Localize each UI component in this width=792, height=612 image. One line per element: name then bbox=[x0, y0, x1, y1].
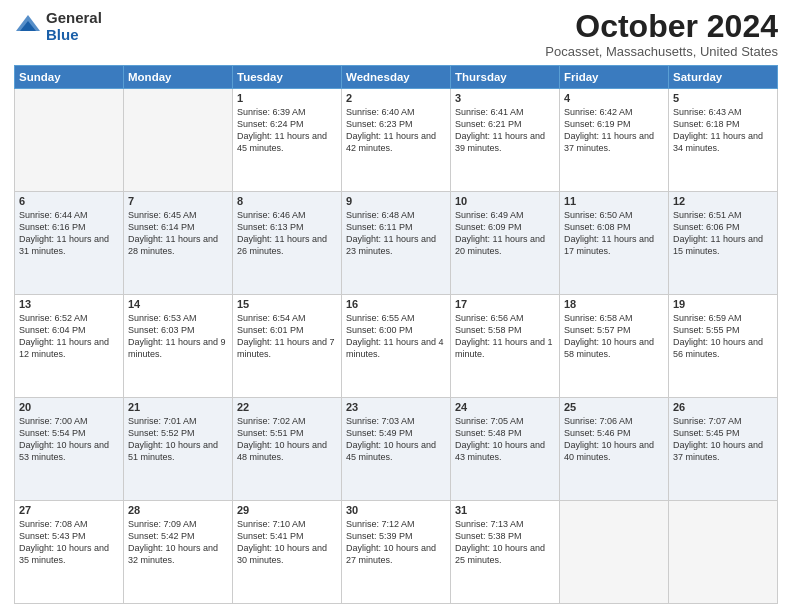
day-number: 3 bbox=[455, 92, 555, 104]
day-info: Sunrise: 6:41 AMSunset: 6:21 PMDaylight:… bbox=[455, 106, 555, 155]
day-number: 1 bbox=[237, 92, 337, 104]
day-info: Sunrise: 6:51 AMSunset: 6:06 PMDaylight:… bbox=[673, 209, 773, 258]
day-number: 4 bbox=[564, 92, 664, 104]
day-number: 12 bbox=[673, 195, 773, 207]
day-info: Sunrise: 6:39 AMSunset: 6:24 PMDaylight:… bbox=[237, 106, 337, 155]
day-info: Sunrise: 7:05 AMSunset: 5:48 PMDaylight:… bbox=[455, 415, 555, 464]
day-number: 14 bbox=[128, 298, 228, 310]
calendar-cell bbox=[560, 501, 669, 604]
day-info: Sunrise: 7:09 AMSunset: 5:42 PMDaylight:… bbox=[128, 518, 228, 567]
day-number: 20 bbox=[19, 401, 119, 413]
day-info: Sunrise: 6:52 AMSunset: 6:04 PMDaylight:… bbox=[19, 312, 119, 361]
day-number: 30 bbox=[346, 504, 446, 516]
calendar-cell: 24Sunrise: 7:05 AMSunset: 5:48 PMDayligh… bbox=[451, 398, 560, 501]
day-number: 21 bbox=[128, 401, 228, 413]
day-info: Sunrise: 6:49 AMSunset: 6:09 PMDaylight:… bbox=[455, 209, 555, 258]
day-number: 31 bbox=[455, 504, 555, 516]
day-info: Sunrise: 7:03 AMSunset: 5:49 PMDaylight:… bbox=[346, 415, 446, 464]
calendar-week-row: 13Sunrise: 6:52 AMSunset: 6:04 PMDayligh… bbox=[15, 295, 778, 398]
day-number: 18 bbox=[564, 298, 664, 310]
day-info: Sunrise: 6:53 AMSunset: 6:03 PMDaylight:… bbox=[128, 312, 228, 361]
calendar-week-row: 6Sunrise: 6:44 AMSunset: 6:16 PMDaylight… bbox=[15, 192, 778, 295]
calendar-cell: 1Sunrise: 6:39 AMSunset: 6:24 PMDaylight… bbox=[233, 89, 342, 192]
calendar-cell bbox=[669, 501, 778, 604]
day-number: 8 bbox=[237, 195, 337, 207]
day-info: Sunrise: 7:02 AMSunset: 5:51 PMDaylight:… bbox=[237, 415, 337, 464]
day-number: 10 bbox=[455, 195, 555, 207]
calendar-cell: 26Sunrise: 7:07 AMSunset: 5:45 PMDayligh… bbox=[669, 398, 778, 501]
calendar-cell: 14Sunrise: 6:53 AMSunset: 6:03 PMDayligh… bbox=[124, 295, 233, 398]
calendar-cell: 29Sunrise: 7:10 AMSunset: 5:41 PMDayligh… bbox=[233, 501, 342, 604]
day-number: 17 bbox=[455, 298, 555, 310]
day-info: Sunrise: 6:58 AMSunset: 5:57 PMDaylight:… bbox=[564, 312, 664, 361]
calendar-cell: 23Sunrise: 7:03 AMSunset: 5:49 PMDayligh… bbox=[342, 398, 451, 501]
weekday-header: Friday bbox=[560, 66, 669, 89]
logo-text: General Blue bbox=[46, 10, 102, 43]
day-info: Sunrise: 7:00 AMSunset: 5:54 PMDaylight:… bbox=[19, 415, 119, 464]
weekday-header: Sunday bbox=[15, 66, 124, 89]
weekday-header: Tuesday bbox=[233, 66, 342, 89]
calendar-cell: 10Sunrise: 6:49 AMSunset: 6:09 PMDayligh… bbox=[451, 192, 560, 295]
month-title: October 2024 bbox=[545, 10, 778, 42]
day-info: Sunrise: 6:45 AMSunset: 6:14 PMDaylight:… bbox=[128, 209, 228, 258]
logo-blue: Blue bbox=[46, 27, 102, 44]
logo-general: General bbox=[46, 10, 102, 27]
calendar-cell: 27Sunrise: 7:08 AMSunset: 5:43 PMDayligh… bbox=[15, 501, 124, 604]
day-number: 11 bbox=[564, 195, 664, 207]
calendar-cell: 28Sunrise: 7:09 AMSunset: 5:42 PMDayligh… bbox=[124, 501, 233, 604]
calendar-cell: 4Sunrise: 6:42 AMSunset: 6:19 PMDaylight… bbox=[560, 89, 669, 192]
day-number: 25 bbox=[564, 401, 664, 413]
calendar-week-row: 1Sunrise: 6:39 AMSunset: 6:24 PMDaylight… bbox=[15, 89, 778, 192]
calendar-cell: 6Sunrise: 6:44 AMSunset: 6:16 PMDaylight… bbox=[15, 192, 124, 295]
calendar-cell: 8Sunrise: 6:46 AMSunset: 6:13 PMDaylight… bbox=[233, 192, 342, 295]
calendar-table: SundayMondayTuesdayWednesdayThursdayFrid… bbox=[14, 65, 778, 604]
calendar-cell: 31Sunrise: 7:13 AMSunset: 5:38 PMDayligh… bbox=[451, 501, 560, 604]
day-number: 15 bbox=[237, 298, 337, 310]
day-number: 26 bbox=[673, 401, 773, 413]
day-info: Sunrise: 7:06 AMSunset: 5:46 PMDaylight:… bbox=[564, 415, 664, 464]
day-info: Sunrise: 7:07 AMSunset: 5:45 PMDaylight:… bbox=[673, 415, 773, 464]
day-number: 29 bbox=[237, 504, 337, 516]
weekday-header: Wednesday bbox=[342, 66, 451, 89]
calendar-cell: 12Sunrise: 6:51 AMSunset: 6:06 PMDayligh… bbox=[669, 192, 778, 295]
logo-icon bbox=[14, 13, 42, 41]
calendar-cell bbox=[124, 89, 233, 192]
day-info: Sunrise: 6:42 AMSunset: 6:19 PMDaylight:… bbox=[564, 106, 664, 155]
calendar-cell: 3Sunrise: 6:41 AMSunset: 6:21 PMDaylight… bbox=[451, 89, 560, 192]
day-info: Sunrise: 6:55 AMSunset: 6:00 PMDaylight:… bbox=[346, 312, 446, 361]
day-number: 28 bbox=[128, 504, 228, 516]
calendar-cell: 13Sunrise: 6:52 AMSunset: 6:04 PMDayligh… bbox=[15, 295, 124, 398]
day-info: Sunrise: 7:12 AMSunset: 5:39 PMDaylight:… bbox=[346, 518, 446, 567]
title-block: October 2024 Pocasset, Massachusetts, Un… bbox=[545, 10, 778, 59]
day-number: 7 bbox=[128, 195, 228, 207]
calendar-cell: 5Sunrise: 6:43 AMSunset: 6:18 PMDaylight… bbox=[669, 89, 778, 192]
calendar-cell: 17Sunrise: 6:56 AMSunset: 5:58 PMDayligh… bbox=[451, 295, 560, 398]
calendar-cell: 30Sunrise: 7:12 AMSunset: 5:39 PMDayligh… bbox=[342, 501, 451, 604]
calendar-cell: 19Sunrise: 6:59 AMSunset: 5:55 PMDayligh… bbox=[669, 295, 778, 398]
day-info: Sunrise: 7:08 AMSunset: 5:43 PMDaylight:… bbox=[19, 518, 119, 567]
calendar-cell: 11Sunrise: 6:50 AMSunset: 6:08 PMDayligh… bbox=[560, 192, 669, 295]
location: Pocasset, Massachusetts, United States bbox=[545, 44, 778, 59]
day-info: Sunrise: 6:50 AMSunset: 6:08 PMDaylight:… bbox=[564, 209, 664, 258]
weekday-header: Thursday bbox=[451, 66, 560, 89]
day-info: Sunrise: 6:56 AMSunset: 5:58 PMDaylight:… bbox=[455, 312, 555, 361]
day-info: Sunrise: 7:01 AMSunset: 5:52 PMDaylight:… bbox=[128, 415, 228, 464]
day-number: 2 bbox=[346, 92, 446, 104]
day-info: Sunrise: 6:59 AMSunset: 5:55 PMDaylight:… bbox=[673, 312, 773, 361]
calendar-cell: 9Sunrise: 6:48 AMSunset: 6:11 PMDaylight… bbox=[342, 192, 451, 295]
page: General Blue October 2024 Pocasset, Mass… bbox=[0, 0, 792, 612]
calendar-cell: 22Sunrise: 7:02 AMSunset: 5:51 PMDayligh… bbox=[233, 398, 342, 501]
day-number: 24 bbox=[455, 401, 555, 413]
day-info: Sunrise: 6:46 AMSunset: 6:13 PMDaylight:… bbox=[237, 209, 337, 258]
calendar-cell: 2Sunrise: 6:40 AMSunset: 6:23 PMDaylight… bbox=[342, 89, 451, 192]
calendar-cell: 15Sunrise: 6:54 AMSunset: 6:01 PMDayligh… bbox=[233, 295, 342, 398]
day-number: 27 bbox=[19, 504, 119, 516]
day-number: 22 bbox=[237, 401, 337, 413]
day-number: 16 bbox=[346, 298, 446, 310]
header: General Blue October 2024 Pocasset, Mass… bbox=[14, 10, 778, 59]
day-number: 6 bbox=[19, 195, 119, 207]
day-info: Sunrise: 7:10 AMSunset: 5:41 PMDaylight:… bbox=[237, 518, 337, 567]
calendar-cell: 16Sunrise: 6:55 AMSunset: 6:00 PMDayligh… bbox=[342, 295, 451, 398]
calendar-week-row: 20Sunrise: 7:00 AMSunset: 5:54 PMDayligh… bbox=[15, 398, 778, 501]
calendar-week-row: 27Sunrise: 7:08 AMSunset: 5:43 PMDayligh… bbox=[15, 501, 778, 604]
